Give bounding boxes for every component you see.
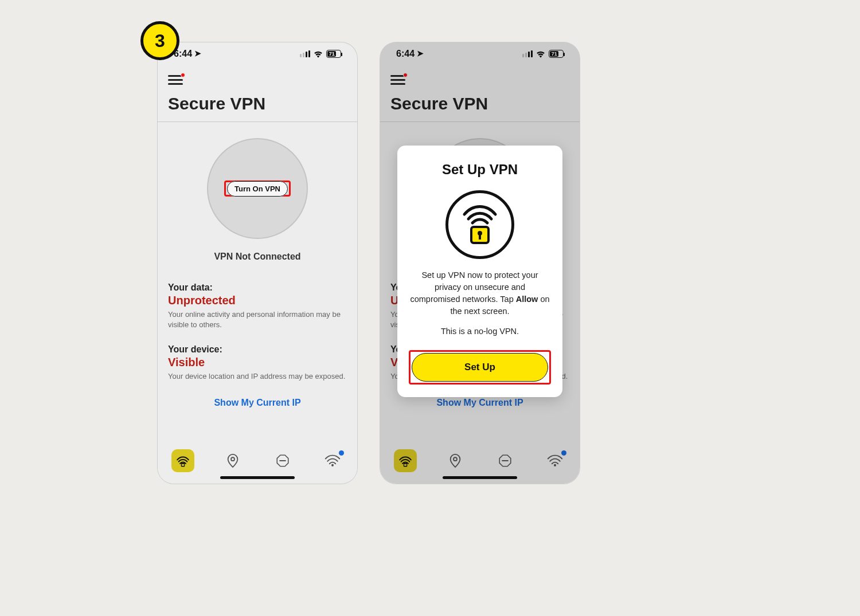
show-ip-link[interactable]: Show My Current IP	[158, 398, 357, 408]
status-bar: 6:44 ➤ 71	[158, 42, 357, 65]
tab-block[interactable]	[271, 449, 294, 472]
svg-point-8	[454, 457, 457, 461]
step-badge: 3	[140, 21, 179, 60]
menu-icon[interactable]	[168, 74, 183, 85]
svg-point-2	[231, 457, 234, 461]
status-bar: 6:44 ➤ 71	[380, 42, 580, 65]
location-icon: ➤	[417, 49, 424, 58]
svg-rect-1	[181, 464, 183, 466]
tab-location[interactable]	[444, 449, 467, 472]
page-title: Secure VPN	[380, 94, 580, 122]
tab-bar	[380, 438, 580, 484]
setup-button[interactable]: Set Up	[412, 353, 548, 382]
signal-icon	[522, 50, 533, 57]
location-icon: ➤	[194, 49, 201, 58]
tab-location[interactable]	[221, 449, 244, 472]
vpn-toggle-circle[interactable]: Turn On VPN	[207, 138, 308, 239]
device-value: Visible	[168, 356, 347, 369]
home-indicator	[443, 476, 517, 479]
status-time: 6:44	[396, 49, 415, 59]
data-label: Your data:	[168, 283, 347, 293]
svg-rect-14	[479, 234, 481, 240]
phone-screenshot-left: 6:44 ➤ 71 Secure VPN Turn On VPN	[158, 42, 357, 484]
svg-rect-7	[404, 464, 406, 466]
wifi-icon	[313, 50, 323, 58]
device-label: Your device:	[168, 344, 347, 355]
data-info-block: Your data: Unprotected Your online activ…	[158, 283, 357, 329]
page-title: Secure VPN	[158, 94, 357, 122]
show-ip-link[interactable]: Show My Current IP	[380, 398, 580, 408]
wifi-icon	[535, 50, 546, 58]
tab-bar	[158, 438, 357, 484]
tab-wifi-security[interactable]	[544, 449, 566, 472]
tab-vpn[interactable]	[394, 449, 417, 472]
modal-nolog: This is a no-log VPN.	[409, 325, 551, 338]
data-value: Unprotected	[168, 294, 347, 307]
battery-icon: 71	[549, 50, 564, 58]
highlight-turn-on: Turn On VPN	[224, 181, 291, 197]
signal-icon	[300, 50, 310, 57]
tab-vpn[interactable]	[171, 449, 194, 472]
setup-vpn-modal: Set Up VPN Set up VPN now to protect you…	[397, 146, 562, 397]
step-number: 3	[155, 30, 165, 52]
tab-block[interactable]	[494, 449, 517, 472]
home-indicator	[220, 476, 295, 479]
highlight-setup-button: Set Up	[409, 350, 551, 384]
notification-dot	[561, 450, 566, 456]
turn-on-vpn-button[interactable]: Turn On VPN	[227, 181, 288, 197]
vpn-lock-icon	[445, 190, 514, 259]
svg-point-11	[553, 464, 556, 466]
svg-point-5	[331, 464, 333, 466]
tab-wifi-security[interactable]	[321, 449, 344, 472]
phone-screenshot-right: 6:44 ➤ 71 Secure VPN Turn On VPN VPN Not…	[380, 42, 580, 484]
modal-title: Set Up VPN	[409, 162, 551, 178]
menu-icon[interactable]	[390, 74, 405, 85]
data-desc: Your online activity and personal inform…	[168, 309, 347, 329]
modal-body: Set up VPN now to protect your privacy o…	[409, 269, 551, 317]
device-info-block: Your device: Visible Your device locatio…	[158, 344, 357, 382]
modal-allow-word: Allow	[516, 295, 538, 304]
notification-dot	[339, 450, 344, 456]
vpn-status-text: VPN Not Connected	[158, 252, 357, 262]
battery-icon: 71	[326, 50, 341, 58]
device-desc: Your device location and IP address may …	[168, 371, 347, 382]
